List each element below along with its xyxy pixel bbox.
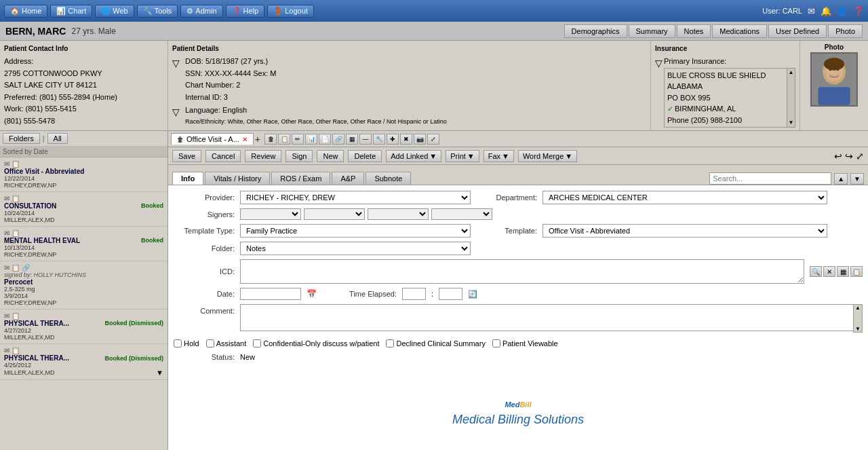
tab-trash-icon[interactable]: 🗑 — [177, 136, 184, 143]
list-item[interactable]: ✉ 📋 Office Visit - Abbreviated 12/22/201… — [0, 157, 167, 192]
office-visit-tab[interactable]: 🗑 Office Visit - A... ✕ — [171, 133, 254, 145]
new-button[interactable]: New — [317, 150, 344, 162]
search-prev-button[interactable]: ▲ — [834, 173, 848, 185]
doc-icon[interactable]: 📄 — [319, 134, 331, 145]
medbill-brand-name: MedBill — [452, 377, 584, 413]
insurance-scroll-down[interactable]: ▼ — [787, 119, 795, 127]
hold-checkbox[interactable] — [174, 339, 182, 348]
template-type-select[interactable]: Family Practice — [240, 224, 471, 238]
delete-button[interactable]: Delete — [348, 150, 382, 162]
icd-search-icon[interactable]: 🔍 — [810, 266, 822, 277]
chart2-icon[interactable]: 📊 — [305, 134, 317, 145]
save-doc-icon[interactable]: 🗑 — [264, 134, 277, 145]
patient-viewable-checkbox-item: Patient Viewable — [492, 339, 558, 348]
ros-exam-tab[interactable]: ROS / Exam — [271, 172, 330, 185]
list-item[interactable]: ✉ 📋 PHYSICAL THERA... Booked (Dismissed)… — [0, 310, 167, 344]
line-icon[interactable]: — — [359, 134, 372, 145]
minus-icon[interactable]: ✖ — [400, 134, 412, 145]
save-button[interactable]: Save — [172, 150, 201, 162]
print-button[interactable]: Print ▼ — [446, 150, 479, 162]
sign-button[interactable]: Sign — [285, 150, 313, 162]
bell-icon[interactable]: 🔔 — [821, 6, 831, 16]
insurance-expand-icon[interactable]: ▽ — [655, 56, 663, 71]
icd-doc-icon[interactable]: 📋 — [850, 266, 863, 277]
folders-button[interactable]: Folders — [3, 133, 40, 144]
date-input[interactable]: 12/22/2014 — [240, 288, 301, 300]
icd-input[interactable] — [240, 259, 804, 284]
subnote-tab[interactable]: Subnote — [366, 172, 411, 185]
template-select[interactable]: Office Visit - Abbreviated — [542, 224, 827, 238]
logout-button[interactable]: 🚪 Logout — [267, 5, 314, 18]
message-icon[interactable]: ✉ — [808, 6, 815, 16]
expand-collapse-icon2[interactable]: ▽ — [172, 105, 180, 126]
user-defined-tab[interactable]: User Defined — [768, 24, 827, 38]
comment-scroll-up[interactable]: ▲ — [854, 305, 862, 311]
list-item[interactable]: ✉ 📋 PHYSICAL THERA... Booked (Dismissed)… — [0, 344, 167, 380]
settings-icon[interactable]: ❓ — [853, 6, 864, 16]
declined-checkbox[interactable] — [386, 339, 394, 348]
admin-button[interactable]: ⚙ Admin — [180, 5, 222, 18]
review-button[interactable]: Review — [245, 150, 281, 162]
info-tab[interactable]: Info — [172, 172, 203, 185]
demographics-tab[interactable]: Demographics — [564, 24, 627, 38]
expand-icon[interactable]: ⤢ — [427, 134, 439, 145]
vitals-history-tab[interactable]: Vitals / History — [205, 172, 270, 185]
tools-button[interactable]: 🔧 Tools — [137, 5, 178, 18]
redo-icon[interactable]: ↪ — [845, 151, 853, 162]
summary-tab[interactable]: Summary — [629, 24, 675, 38]
grid-icon[interactable]: ▦ — [346, 134, 358, 145]
home-button[interactable]: 🏠 Home — [4, 5, 47, 18]
confidential-checkbox[interactable] — [253, 339, 261, 348]
search-input[interactable] — [709, 172, 831, 185]
scroll-down-icon[interactable]: ▼ — [156, 369, 163, 377]
camera-icon[interactable]: 📷 — [414, 134, 426, 145]
chart-button[interactable]: 📊 Chart — [50, 5, 92, 18]
list-item[interactable]: ✉ 📋 CONSULTATION Booked 10/24/2014 MILLE… — [0, 192, 167, 227]
assistant-checkbox[interactable] — [206, 339, 214, 348]
patient-viewable-checkbox[interactable] — [492, 339, 500, 348]
signer-1-select[interactable] — [240, 208, 301, 220]
add-linked-button[interactable]: Add Linked ▼ — [386, 150, 441, 162]
notes-tab[interactable]: Notes — [677, 24, 711, 38]
user-icon[interactable]: 👤 — [837, 6, 848, 16]
visit-date: 4/25/2012 — [4, 362, 163, 369]
photo-tab[interactable]: Photo — [828, 24, 863, 38]
list-item[interactable]: ✉ 📋 MENTAL HEALTH EVAL Booked 10/13/2014… — [0, 227, 167, 261]
add-tab-button[interactable]: + — [255, 134, 260, 145]
signer-2-select[interactable] — [304, 208, 365, 220]
time-elapsed-input1[interactable]: 0 — [402, 288, 426, 300]
undo-icon[interactable]: ↩ — [834, 151, 842, 162]
list-item[interactable]: ✉ 📋 🔗 signed by: HOLLY HUTCHINS Percocet… — [0, 261, 167, 310]
signer-4-select[interactable] — [431, 208, 492, 220]
copy-icon[interactable]: 📋 — [278, 134, 290, 145]
provider-select[interactable]: RICHEY - RICHEY, DREW — [240, 191, 471, 204]
pen-icon[interactable]: ✏ — [292, 134, 304, 145]
word-merge-button[interactable]: Word Merge ▼ — [518, 150, 577, 162]
comment-input[interactable] — [240, 304, 863, 331]
tools2-icon[interactable]: 🔧 — [373, 134, 385, 145]
ap-tab[interactable]: A&P — [332, 172, 364, 185]
folder-select[interactable]: Notes — [240, 242, 471, 255]
booked-badge: Booked (Dismissed) — [104, 320, 163, 327]
insurance-scroll-up[interactable]: ▲ — [787, 69, 795, 77]
link-icon[interactable]: 🔗 — [332, 134, 344, 145]
expand-collapse-icon[interactable]: ▽ — [172, 56, 180, 103]
fax-button[interactable]: Fax ▼ — [484, 150, 514, 162]
calendar-button[interactable]: 📅 — [307, 289, 317, 299]
tab-close-button[interactable]: ✕ — [242, 136, 248, 143]
comment-scroll-down[interactable]: ▼ — [854, 326, 862, 332]
plus-icon[interactable]: ✚ — [387, 134, 399, 145]
expand2-icon[interactable]: ⤢ — [856, 151, 864, 162]
all-button[interactable]: All — [47, 133, 68, 144]
clock-refresh-icon[interactable]: 🔄 — [468, 290, 477, 299]
search-next-button[interactable]: ▼ — [850, 173, 864, 185]
icd-clear-icon[interactable]: ✕ — [823, 266, 835, 277]
medications-tab[interactable]: Medications — [712, 24, 767, 38]
icd-grid-icon[interactable]: ▦ — [837, 266, 849, 277]
signer-3-select[interactable] — [368, 208, 429, 220]
department-select[interactable]: ARCHES MEDICAL CENTER — [542, 191, 827, 204]
cancel-button[interactable]: Cancel — [205, 150, 241, 162]
web-button[interactable]: 🌐 Web — [95, 5, 134, 18]
help-button[interactable]: ❓ Help — [226, 5, 265, 18]
time-elapsed-input2[interactable]: 0 — [439, 288, 462, 300]
